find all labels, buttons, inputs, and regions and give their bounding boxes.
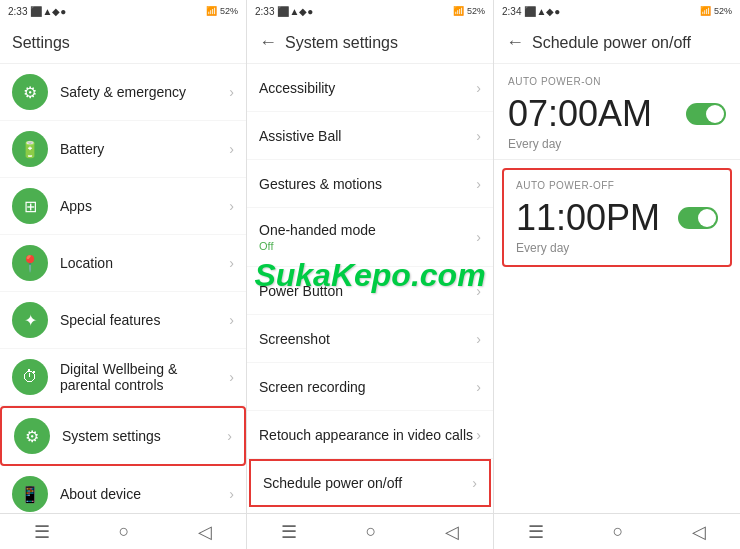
nav-menu-1[interactable]: ☰: [34, 521, 50, 543]
apps-icon: ⊞: [12, 188, 48, 224]
gestures-label: Gestures & motions: [259, 176, 476, 192]
chevron-location: ›: [229, 255, 234, 271]
auto-off-time[interactable]: 11:00: [516, 197, 606, 239]
schedule-content: AUTO POWER-ON 07:00 AM Every day AUTO PO…: [494, 64, 740, 513]
location-label: Location: [60, 255, 229, 271]
chevron-battery: ›: [229, 141, 234, 157]
chevron-apps: ›: [229, 198, 234, 214]
settings-header: Settings: [0, 22, 246, 64]
battery-label: Battery: [60, 141, 229, 157]
nav-home-1[interactable]: ○: [119, 521, 130, 542]
time-3: 2:34: [502, 6, 521, 17]
nav-home-3[interactable]: ○: [613, 521, 624, 542]
sys-item-schedule[interactable]: Schedule power on/off ›: [249, 459, 491, 507]
back-arrow-2[interactable]: ←: [259, 32, 277, 53]
auto-power-on-section: AUTO POWER-ON 07:00 AM Every day: [494, 64, 740, 160]
location-icon: 📍: [12, 245, 48, 281]
system-icon: ⚙: [14, 418, 50, 454]
wellbeing-icon: ⏱: [12, 359, 48, 395]
settings-title: Settings: [12, 34, 70, 52]
battery-icon: 🔋: [12, 131, 48, 167]
settings-item-about[interactable]: 📱 About device ›: [0, 466, 246, 513]
onehanded-label: One-handed mode: [259, 222, 476, 238]
settings-item-safety[interactable]: ⚙ Safety & emergency ›: [0, 64, 246, 121]
apps-label: Apps: [60, 198, 229, 214]
bottom-nav-3: ☰ ○ ◁: [494, 513, 740, 549]
sys-item-gestures[interactable]: Gestures & motions ›: [247, 160, 493, 208]
schedule-label: Schedule power on/off: [263, 475, 472, 491]
settings-item-wellbeing[interactable]: ⏱ Digital Wellbeing & parental controls …: [0, 349, 246, 406]
system-settings-header: ← System settings: [247, 22, 493, 64]
nav-menu-3[interactable]: ☰: [528, 521, 544, 543]
status-icons-1: ⬛▲◆●: [30, 6, 66, 17]
special-icon: ✦: [12, 302, 48, 338]
safety-icon: ⚙: [12, 74, 48, 110]
chevron-about: ›: [229, 486, 234, 502]
settings-item-apps[interactable]: ⊞ Apps ›: [0, 178, 246, 235]
schedule-header: ← Schedule power on/off: [494, 22, 740, 64]
settings-item-location[interactable]: 📍 Location ›: [0, 235, 246, 292]
system-settings-title: System settings: [285, 34, 398, 52]
auto-off-period: PM: [606, 197, 660, 239]
bottom-nav-1: ☰ ○ ◁: [0, 513, 246, 549]
nav-back-2[interactable]: ◁: [445, 521, 459, 543]
auto-off-toggle[interactable]: [678, 207, 718, 229]
status-right-1: 📶 52%: [206, 6, 238, 16]
auto-on-time[interactable]: 07:00: [508, 93, 598, 135]
auto-off-every: Every day: [516, 241, 660, 255]
wellbeing-label: Digital Wellbeing & parental controls: [60, 361, 229, 393]
auto-power-off-section: AUTO POWER-OFF 11:00 PM Every day: [502, 168, 732, 267]
special-label: Special features: [60, 312, 229, 328]
panel-system-settings: 2:33 ⬛▲◆● 📶 52% ← System settings Access…: [247, 0, 494, 549]
sys-item-accessibility[interactable]: Accessibility ›: [247, 64, 493, 112]
about-icon: 📱: [12, 476, 48, 512]
accessibility-label: Accessibility: [259, 80, 476, 96]
bottom-nav-2: ☰ ○ ◁: [247, 513, 493, 549]
time-1: 2:33: [8, 6, 27, 17]
status-bar-1: 2:33 ⬛▲◆● 📶 52%: [0, 0, 246, 22]
screenshot-label: Screenshot: [259, 331, 476, 347]
chevron-system: ›: [227, 428, 232, 444]
back-arrow-3[interactable]: ←: [506, 32, 524, 53]
assistive-label: Assistive Ball: [259, 128, 476, 144]
settings-item-special[interactable]: ✦ Special features ›: [0, 292, 246, 349]
panel-schedule-power: 2:34 ⬛▲◆● 📶 52% ← Schedule power on/off …: [494, 0, 740, 549]
status-bar-2: 2:33 ⬛▲◆● 📶 52%: [247, 0, 493, 22]
nav-back-3[interactable]: ◁: [692, 521, 706, 543]
chevron-wellbeing: ›: [229, 369, 234, 385]
auto-on-label: AUTO POWER-ON: [508, 76, 652, 87]
settings-item-system[interactable]: ⚙ System settings ›: [0, 406, 246, 466]
sys-item-onehanded[interactable]: One-handed mode Off ›: [247, 208, 493, 267]
status-bar-3: 2:34 ⬛▲◆● 📶 52%: [494, 0, 740, 22]
sys-item-screenshot[interactable]: Screenshot ›: [247, 315, 493, 363]
nav-menu-2[interactable]: ☰: [281, 521, 297, 543]
time-2: 2:33: [255, 6, 274, 17]
chevron-safety: ›: [229, 84, 234, 100]
settings-item-battery[interactable]: 🔋 Battery ›: [0, 121, 246, 178]
sys-item-assistive[interactable]: Assistive Ball ›: [247, 112, 493, 160]
chevron-special: ›: [229, 312, 234, 328]
auto-on-period: AM: [598, 93, 652, 135]
auto-on-toggle[interactable]: [686, 103, 726, 125]
screen-recording-label: Screen recording: [259, 379, 476, 395]
schedule-title: Schedule power on/off: [532, 34, 691, 52]
onehanded-subtitle: Off: [259, 240, 476, 252]
sys-item-screen-recording[interactable]: Screen recording ›: [247, 363, 493, 411]
auto-off-label: AUTO POWER-OFF: [516, 180, 660, 191]
retouch-label: Retouch appearance in video calls: [259, 427, 476, 443]
status-time-1: 2:33 ⬛▲◆●: [8, 6, 66, 17]
system-settings-list: Accessibility › Assistive Ball › Gesture…: [247, 64, 493, 513]
nav-home-2[interactable]: ○: [366, 521, 377, 542]
sys-item-power-button[interactable]: Power Button ›: [247, 267, 493, 315]
about-label: About device: [60, 486, 229, 502]
auto-on-every: Every day: [508, 137, 652, 151]
settings-list: ⚙ Safety & emergency › 🔋 Battery › ⊞ App…: [0, 64, 246, 513]
panel-settings: 2:33 ⬛▲◆● 📶 52% Settings ⚙ Safety & emer…: [0, 0, 247, 549]
power-button-label: Power Button: [259, 283, 476, 299]
system-label: System settings: [62, 428, 227, 444]
safety-label: Safety & emergency: [60, 84, 229, 100]
sys-item-retouch[interactable]: Retouch appearance in video calls ›: [247, 411, 493, 459]
nav-back-1[interactable]: ◁: [198, 521, 212, 543]
